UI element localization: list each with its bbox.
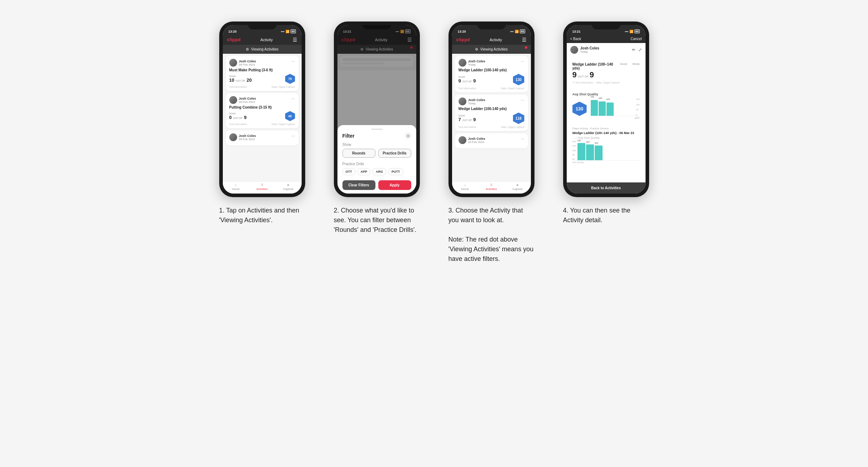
expand-icon[interactable]: ⤢ bbox=[638, 47, 642, 52]
activity-card-3-1[interactable]: Josh Coles Today ··· Wedge Ladder (100-1… bbox=[455, 56, 528, 92]
caption-step-2: 2. bbox=[334, 207, 339, 214]
phone-section-1: 13:20 ▪▪▪ 📶 44 clippd Activity ☰ ⚙ Vi bbox=[212, 22, 312, 225]
avg-sq-title: Avg Shot Quality bbox=[572, 92, 640, 96]
user-info-1-1: Josh Coles 28 Feb 2023 bbox=[229, 59, 256, 67]
capture-icon-1: ⊕ bbox=[287, 184, 289, 187]
edit-icon[interactable]: ✏ bbox=[632, 47, 636, 52]
activity-card-1-2[interactable]: Josh Coles 28 Feb 2023 ··· Putting Combi… bbox=[226, 93, 299, 128]
score-value-1-2: 0 OUT OF 9 bbox=[229, 115, 247, 120]
phone-section-3: 13:20 ▪▪▪ 📶 44 clippd Activity ☰ ⚙ Vi bbox=[441, 22, 542, 264]
drill-tag-ott[interactable]: OTT bbox=[342, 168, 355, 175]
status-icons-4: ▪▪▪ 📶 44 bbox=[625, 29, 639, 33]
stats-row-1-2: Score 0 OUT OF 9 45 bbox=[229, 111, 295, 121]
bar-label-1: 132 bbox=[591, 96, 594, 98]
outof-1-1: OUT OF bbox=[236, 80, 245, 82]
detail-score-num: 9 bbox=[572, 70, 577, 80]
caption-step-3: 3. bbox=[449, 207, 454, 214]
dots-menu-1-2[interactable]: ··· bbox=[291, 96, 295, 101]
home-label-3: Home bbox=[461, 187, 469, 191]
avatar-3-3 bbox=[459, 136, 466, 144]
user-date-1-3: 28 Feb 2023 bbox=[239, 138, 256, 141]
score-group-3-2: Score 7 OUT OF 9 bbox=[459, 114, 476, 122]
dots-menu-3-3[interactable]: ··· bbox=[521, 136, 524, 141]
phone-3: 13:20 ▪▪▪ 📶 44 clippd Activity ☰ ⚙ Vi bbox=[449, 22, 534, 197]
back-to-activities-button[interactable]: Back to Activities bbox=[567, 182, 646, 194]
dots-menu-1-3[interactable]: ··· bbox=[291, 133, 295, 138]
phone-screen-3: 13:20 ▪▪▪ 📶 44 clippd Activity ☰ ⚙ Vi bbox=[452, 25, 531, 194]
user-info-1-2: Josh Coles 28 Feb 2023 bbox=[229, 96, 256, 104]
chart-bar-1: 132 bbox=[591, 100, 598, 116]
session-x-labels: Shot Quality bbox=[572, 161, 640, 163]
user-name-3-3: Josh Coles bbox=[468, 137, 485, 140]
bottom-activities-1[interactable]: ♖ Activities bbox=[249, 184, 275, 191]
card-header-1-3: Josh Coles 28 Feb 2023 ··· bbox=[229, 133, 295, 141]
drill-tag-putt[interactable]: PUTT bbox=[388, 168, 403, 175]
viewing-banner-1[interactable]: ⚙ Viewing Activities bbox=[223, 45, 302, 54]
menu-icon-1[interactable]: ☰ bbox=[293, 37, 297, 43]
avatar-3-2 bbox=[459, 97, 466, 105]
user-name-1-2: Josh Coles bbox=[239, 97, 256, 100]
detail-score-cols: Score Shots bbox=[620, 62, 639, 66]
caption-1: 1. Tap on Activities and then 'Viewing A… bbox=[219, 206, 305, 225]
detail-big-score-row: 9 OUT OF 9 bbox=[572, 70, 640, 80]
show-label: Show bbox=[342, 143, 411, 147]
data-text-1-1: Data: Clippd Capture bbox=[272, 86, 295, 88]
viewing-banner-3[interactable]: ⚙ Viewing Activities bbox=[452, 45, 531, 54]
filter-close-button[interactable]: ✕ bbox=[405, 133, 411, 139]
activities-label-3: Activities bbox=[486, 187, 497, 191]
stats-row-3-1: Score 9 OUT OF 9 130 bbox=[459, 74, 524, 85]
wifi-icon-1: 📶 bbox=[286, 30, 289, 33]
sq-chart-container: 132 129 124 APP bbox=[589, 98, 640, 119]
back-button[interactable]: < Back bbox=[570, 37, 581, 41]
bottom-capture-3[interactable]: ⊕ Capture bbox=[504, 184, 531, 191]
bottom-activities-3[interactable]: ♖ Activities bbox=[478, 184, 504, 191]
dots-menu-3-2[interactable]: ··· bbox=[521, 97, 524, 103]
caption-2: 2. Choose what you'd like to see. You ca… bbox=[334, 206, 420, 235]
session-chart: 140 120 100 80 60 132 129 bbox=[572, 141, 640, 161]
dots-menu-3-1[interactable]: ··· bbox=[521, 59, 524, 64]
avatar-1-3 bbox=[229, 133, 237, 141]
phone-notch-3 bbox=[477, 22, 506, 29]
activity-card-1-3[interactable]: Josh Coles 28 Feb 2023 ··· bbox=[226, 130, 299, 146]
y-label-100: 100 bbox=[636, 104, 639, 106]
detail-action-icons: ✏ ⤢ bbox=[632, 47, 642, 52]
clear-filters-button[interactable]: Clear Filters bbox=[342, 180, 375, 190]
bottom-capture-1[interactable]: ⊕ Capture bbox=[275, 184, 301, 191]
rounds-toggle[interactable]: Rounds bbox=[342, 149, 375, 158]
activity-card-3-2[interactable]: Josh Coles Today ··· Wedge Ladder (100-1… bbox=[455, 95, 528, 131]
activity-card-3-3[interactable]: Josh Coles 28 Feb 2023 ··· bbox=[455, 133, 528, 148]
info-text-1-1: Test Information bbox=[229, 86, 247, 88]
practice-drills-label: Practice Drills bbox=[342, 162, 411, 166]
user-info-3-3: Josh Coles 28 Feb 2023 bbox=[459, 136, 485, 144]
capture-icon-3: ⊕ bbox=[516, 184, 519, 187]
phone-screen-1: 13:20 ▪▪▪ 📶 44 clippd Activity ☰ ⚙ Vi bbox=[223, 25, 302, 194]
filter-icon-1: ⚙ bbox=[246, 47, 249, 51]
user-name-1-1: Josh Coles bbox=[239, 59, 256, 63]
filter-actions: Clear Filters Apply bbox=[342, 180, 411, 190]
score-label-1-1: Score bbox=[229, 75, 252, 77]
sq-badge-3-1: 130 bbox=[513, 74, 524, 85]
user-info-3-2: Josh Coles Today bbox=[459, 97, 485, 105]
drill-tag-arg[interactable]: ARG bbox=[373, 168, 386, 175]
practice-drills-toggle[interactable]: Practice Drills bbox=[378, 149, 411, 158]
chart-x-label: APP bbox=[589, 117, 640, 119]
session-bar-3: 124 bbox=[595, 146, 603, 160]
session-title: Wedge Ladder (100–140 yds) - 06 Mar 23 bbox=[572, 131, 640, 135]
dots-menu-1-1[interactable]: ··· bbox=[291, 59, 295, 64]
wifi-icon-3: 📶 bbox=[515, 30, 519, 33]
user-name-3-1: Josh Coles bbox=[468, 59, 485, 63]
avatar-1-1 bbox=[229, 59, 237, 67]
drill-tag-app[interactable]: APP bbox=[358, 168, 371, 175]
user-name-1-3: Josh Coles bbox=[239, 134, 256, 138]
score-value-3-1: 9 OUT OF 9 bbox=[459, 78, 476, 84]
cancel-button[interactable]: Cancel bbox=[630, 37, 642, 41]
card-header-3-3: Josh Coles 28 Feb 2023 ··· bbox=[459, 136, 524, 144]
bottom-home-1[interactable]: ⌂ Home bbox=[223, 184, 249, 191]
apply-button[interactable]: Apply bbox=[378, 180, 411, 190]
bottom-home-3[interactable]: ⌂ Home bbox=[452, 184, 478, 191]
menu-icon-3[interactable]: ☰ bbox=[522, 37, 527, 43]
filter-header: Filter ✕ bbox=[342, 133, 411, 139]
activity-card-1-1[interactable]: Josh Coles 28 Feb 2023 ··· Must Make Put… bbox=[226, 56, 299, 91]
status-icons-3: ▪▪▪ 📶 44 bbox=[510, 29, 525, 33]
filter-sheet: Filter ✕ Show Rounds Practice Drills Pra… bbox=[337, 125, 416, 194]
